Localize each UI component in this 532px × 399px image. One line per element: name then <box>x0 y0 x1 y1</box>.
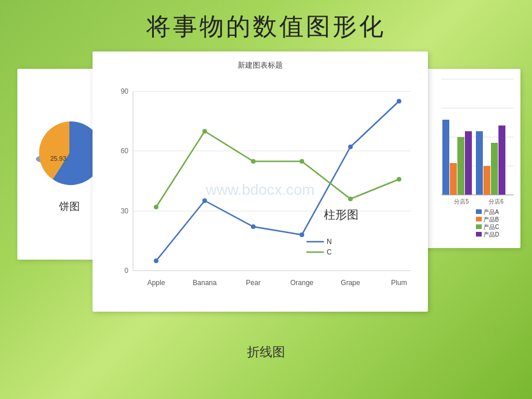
svg-text:柱形图: 柱形图 <box>324 208 359 221</box>
svg-point-28 <box>397 177 401 182</box>
svg-rect-42 <box>465 131 472 195</box>
line-chart-area: www.bdocx.com 90 60 30 0 Apple Banana Pe… <box>104 73 416 306</box>
svg-point-26 <box>300 159 304 164</box>
svg-text:产品B: 产品B <box>483 216 499 223</box>
svg-rect-46 <box>498 125 505 195</box>
svg-point-18 <box>202 198 207 203</box>
svg-rect-50 <box>476 209 482 214</box>
svg-point-19 <box>251 224 256 229</box>
svg-rect-43 <box>476 131 483 195</box>
svg-point-24 <box>202 129 207 134</box>
svg-point-22 <box>397 99 401 104</box>
svg-point-17 <box>154 258 158 263</box>
pie-chart-label: 饼图 <box>59 200 80 213</box>
svg-rect-56 <box>476 232 482 237</box>
svg-text:分店6: 分店6 <box>489 198 504 205</box>
svg-point-21 <box>348 145 353 149</box>
svg-point-27 <box>348 197 353 201</box>
svg-point-23 <box>154 205 158 209</box>
svg-text:Orange: Orange <box>290 279 313 287</box>
svg-text:Grape: Grape <box>341 279 360 287</box>
line-chart-title: 新建图表标题 <box>104 60 416 71</box>
svg-text:产品A: 产品A <box>483 209 499 215</box>
svg-point-25 <box>251 159 256 164</box>
svg-rect-44 <box>483 166 490 195</box>
svg-text:90: 90 <box>121 87 129 95</box>
svg-text:Banana: Banana <box>193 279 217 287</box>
svg-rect-40 <box>450 163 457 195</box>
bottom-label: 折线图 <box>0 343 532 367</box>
svg-rect-54 <box>476 224 482 229</box>
svg-text:25.93: 25.93 <box>50 155 66 162</box>
svg-text:产品D: 产品D <box>483 231 499 238</box>
svg-text:Apple: Apple <box>147 279 165 287</box>
svg-rect-52 <box>476 217 482 221</box>
svg-text:Plum: Plum <box>391 279 407 287</box>
svg-text:30: 30 <box>121 207 129 215</box>
line-chart-card: 新建图表标题 www.bdocx.com 90 60 30 0 Apple Ba… <box>93 51 428 312</box>
svg-point-20 <box>300 232 304 237</box>
svg-text:产品C: 产品C <box>483 224 499 230</box>
svg-text:N: N <box>327 238 332 246</box>
svg-text:分店5: 分店5 <box>454 198 469 205</box>
svg-rect-41 <box>457 137 464 195</box>
svg-rect-45 <box>491 143 498 195</box>
charts-area: 25.93 饼图 新建图表标题 www.bdocx.com 90 60 30 0 <box>0 51 532 335</box>
page-title: 将事物的数值图形化 <box>0 0 532 49</box>
svg-text:C: C <box>327 248 332 256</box>
svg-text:0: 0 <box>124 267 128 275</box>
svg-text:60: 60 <box>121 147 129 155</box>
svg-rect-39 <box>442 120 449 195</box>
svg-text:Pear: Pear <box>246 279 260 287</box>
